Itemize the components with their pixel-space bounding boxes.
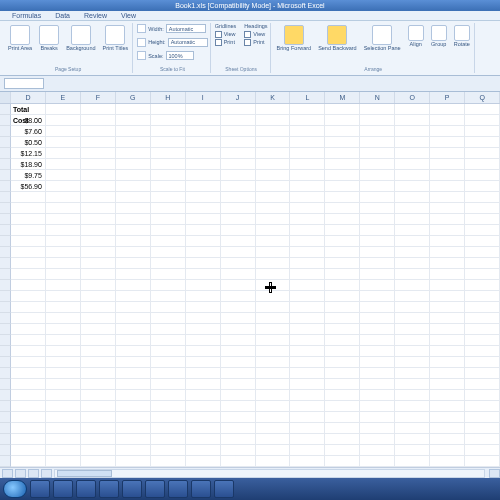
cell[interactable] <box>81 434 116 445</box>
cell[interactable] <box>221 137 256 148</box>
taskbar-item[interactable] <box>168 480 188 498</box>
cell[interactable] <box>221 357 256 368</box>
print-titles-button[interactable]: Print Titles <box>101 24 131 53</box>
cell[interactable] <box>395 302 430 313</box>
cell[interactable] <box>360 368 395 379</box>
cell[interactable] <box>430 313 465 324</box>
cell[interactable] <box>430 379 465 390</box>
group-button[interactable]: Group <box>429 24 449 53</box>
cell[interactable] <box>395 379 430 390</box>
cell[interactable] <box>430 390 465 401</box>
row-header[interactable] <box>0 423 11 434</box>
cell[interactable] <box>465 181 500 192</box>
cell[interactable] <box>46 192 81 203</box>
cell[interactable] <box>325 379 360 390</box>
cell[interactable] <box>395 368 430 379</box>
cell[interactable] <box>360 104 395 115</box>
cell[interactable] <box>395 115 430 126</box>
col-header-J[interactable]: J <box>221 92 256 103</box>
cell[interactable] <box>360 291 395 302</box>
cell[interactable] <box>325 214 360 225</box>
cell[interactable] <box>221 445 256 456</box>
cell[interactable] <box>360 346 395 357</box>
cell[interactable] <box>256 291 291 302</box>
align-button[interactable]: Align <box>406 24 426 53</box>
cell[interactable] <box>256 126 291 137</box>
cell[interactable] <box>325 181 360 192</box>
cell[interactable] <box>430 456 465 467</box>
cell[interactable] <box>360 159 395 170</box>
cell[interactable] <box>360 324 395 335</box>
cell[interactable] <box>395 280 430 291</box>
cell[interactable] <box>290 247 325 258</box>
cell[interactable] <box>116 280 151 291</box>
cell[interactable] <box>256 115 291 126</box>
cell[interactable] <box>46 148 81 159</box>
cell[interactable] <box>221 346 256 357</box>
cell[interactable] <box>46 445 81 456</box>
col-header-E[interactable]: E <box>46 92 81 103</box>
gridlines-print-checkbox[interactable]: Print <box>215 39 237 46</box>
cell[interactable] <box>11 291 46 302</box>
cell[interactable] <box>325 324 360 335</box>
cell[interactable] <box>221 401 256 412</box>
cell[interactable] <box>186 401 221 412</box>
cell[interactable] <box>325 280 360 291</box>
cell[interactable] <box>116 368 151 379</box>
cell[interactable] <box>325 390 360 401</box>
taskbar-item[interactable] <box>145 480 165 498</box>
cell[interactable] <box>325 357 360 368</box>
cell[interactable] <box>46 357 81 368</box>
cell[interactable] <box>46 170 81 181</box>
cell[interactable] <box>395 225 430 236</box>
cell[interactable] <box>325 115 360 126</box>
cell[interactable] <box>221 214 256 225</box>
cell[interactable] <box>325 456 360 467</box>
col-header-O[interactable]: O <box>395 92 430 103</box>
row-header[interactable] <box>0 401 11 412</box>
cell[interactable] <box>395 434 430 445</box>
cell[interactable] <box>46 280 81 291</box>
cell[interactable] <box>11 203 46 214</box>
cell[interactable] <box>430 324 465 335</box>
cell[interactable] <box>395 236 430 247</box>
cell[interactable] <box>360 445 395 456</box>
row-header[interactable] <box>0 203 11 214</box>
cell[interactable] <box>290 225 325 236</box>
cell[interactable] <box>360 126 395 137</box>
cell[interactable] <box>395 181 430 192</box>
cell[interactable] <box>325 291 360 302</box>
cell[interactable] <box>81 203 116 214</box>
taskbar-item[interactable] <box>76 480 96 498</box>
cell[interactable] <box>395 170 430 181</box>
cell[interactable] <box>256 258 291 269</box>
cell[interactable] <box>151 115 186 126</box>
cell[interactable] <box>256 412 291 423</box>
cell[interactable] <box>465 313 500 324</box>
cell[interactable] <box>465 170 500 181</box>
cell[interactable] <box>256 148 291 159</box>
row-header[interactable] <box>0 412 11 423</box>
cell[interactable] <box>151 346 186 357</box>
cell[interactable] <box>290 181 325 192</box>
cell[interactable] <box>186 269 221 280</box>
cell[interactable] <box>116 159 151 170</box>
cell[interactable] <box>395 357 430 368</box>
row-header[interactable] <box>0 313 11 324</box>
height-dropdown[interactable]: Automatic <box>168 38 208 47</box>
cell[interactable] <box>465 456 500 467</box>
cell[interactable] <box>116 192 151 203</box>
cell[interactable] <box>430 401 465 412</box>
cell[interactable] <box>325 225 360 236</box>
cell[interactable] <box>430 126 465 137</box>
cell[interactable] <box>151 203 186 214</box>
cell[interactable] <box>186 181 221 192</box>
bring-forward-button[interactable]: Bring Forward <box>275 24 314 53</box>
cell[interactable] <box>256 346 291 357</box>
cell[interactable] <box>290 170 325 181</box>
cell[interactable] <box>325 126 360 137</box>
cell[interactable] <box>430 170 465 181</box>
cell[interactable] <box>221 368 256 379</box>
cell[interactable] <box>360 269 395 280</box>
cell[interactable] <box>46 159 81 170</box>
